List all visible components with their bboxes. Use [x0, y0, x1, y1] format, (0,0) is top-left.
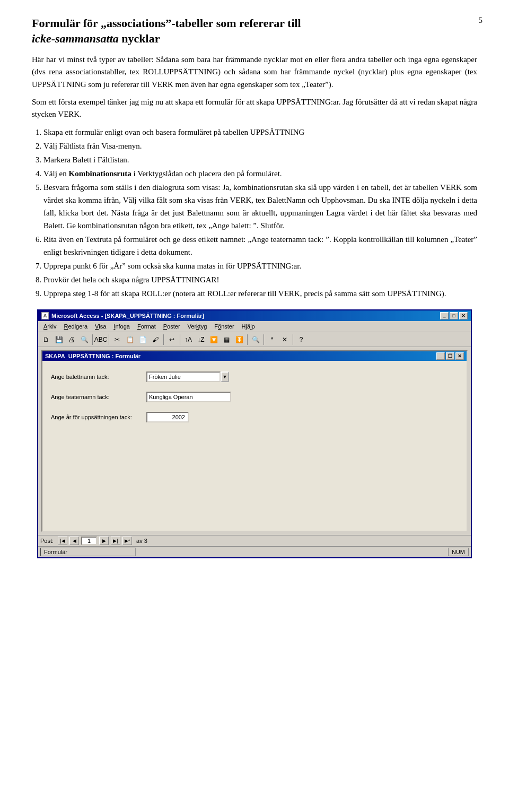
inner-window: SKAPA_UPPSÄTTNING : Formulär _ ❐ ✕ Ange …	[41, 350, 468, 532]
title-bar-controls[interactable]: _ □ ✕	[440, 312, 468, 319]
combo-value-balett: Fröken Julie	[149, 374, 181, 380]
nav-first-button[interactable]: |◀	[58, 537, 67, 545]
access-window: A Microsoft Access - [SKAPA_UPPSÄTTNING …	[37, 309, 472, 558]
nav-current-input[interactable]	[81, 537, 97, 545]
toolbar-sep7	[293, 334, 293, 345]
list-item: Upprepa steg 1-8 för att skapa ROLL:er (…	[43, 287, 477, 300]
inner-close-button[interactable]: ✕	[455, 352, 464, 360]
toolbar-print[interactable]: 🖨	[66, 334, 77, 345]
toolbar-sep6	[264, 334, 264, 345]
title-bar: A Microsoft Access - [SKAPA_UPPSÄTTNING …	[38, 310, 471, 321]
form-row-teater: Ange teaternamn tack: Kungliga Operan	[51, 392, 458, 402]
toolbar-sep4	[180, 334, 180, 345]
toolbar-preview[interactable]: 🔍	[78, 334, 90, 345]
nav-next-button[interactable]: ▶	[99, 537, 109, 545]
label-teater: Ange teaternamn tack:	[51, 394, 146, 400]
menu-arkiv[interactable]: Arkiv	[40, 322, 59, 331]
inner-title-controls[interactable]: _ ❐ ✕	[436, 352, 464, 360]
minimize-button[interactable]: _	[440, 312, 449, 319]
title-rest: nycklar	[119, 32, 160, 45]
app-icon: A	[41, 312, 49, 319]
toolbar-paste[interactable]: 📄	[137, 334, 148, 345]
page-title: Formulär för „associations”-tabeller som…	[32, 16, 477, 46]
combo-dropdown-balett[interactable]: ▼	[221, 372, 229, 382]
menu-verktyg[interactable]: Verktyg	[185, 322, 210, 331]
bold-text: Kombinationsruta	[68, 169, 131, 178]
nav-status-bar: Post: |◀ ◀ ▶ ▶| ▶* av 3	[38, 535, 471, 546]
menu-fonster[interactable]: Fönster	[211, 322, 237, 331]
title-line1: Formulär för „associations”-tabeller som…	[32, 16, 301, 30]
toolbar-filter-form[interactable]: ▦	[221, 334, 232, 345]
title-bar-left: A Microsoft Access - [SKAPA_UPPSÄTTNING …	[41, 312, 204, 319]
list-item: Välj en Kombinationsruta i Verktygslådan…	[43, 167, 477, 180]
list-item: Skapa ett formulär enligt ovan och baser…	[43, 126, 477, 139]
toolbar-sort-desc[interactable]: ↓Z	[195, 334, 207, 345]
toolbar-find[interactable]: 🔍	[250, 334, 261, 345]
menu-infoga[interactable]: Infoga	[110, 322, 133, 331]
toolbar-sort-asc[interactable]: ↑A	[182, 334, 194, 345]
nav-label: Post:	[40, 538, 54, 544]
list-item: Rita även en Textruta på formuläret och …	[43, 233, 477, 258]
text-value-teater: Kungliga Operan	[149, 394, 193, 400]
list-item: Markera Balett i Fältlistan.	[43, 153, 477, 166]
bottom-status-bar: Formulär NUM	[38, 546, 471, 557]
toolbar-delete[interactable]: ✕	[279, 334, 291, 345]
form-row-balett: Ange balettnamn tack: Fröken Julie ▼	[51, 372, 458, 382]
form-content: Ange balettnamn tack: Fröken Julie ▼ Ang…	[42, 361, 467, 531]
title-italic: icke-sammansatta	[32, 32, 119, 45]
toolbar-sep5	[247, 334, 248, 345]
toolbar-new[interactable]: 🗋	[40, 334, 52, 345]
close-button[interactable]: ✕	[459, 312, 468, 319]
status-num: NUM	[448, 548, 469, 556]
toolbar-undo[interactable]: ↩	[166, 334, 178, 345]
toolbar-save[interactable]: 💾	[53, 334, 65, 345]
nav-last-button[interactable]: ▶|	[111, 537, 120, 545]
inner-title-text: SKAPA_UPPSÄTTNING : Formulär	[45, 353, 141, 359]
label-balett: Ange balettnamn tack:	[51, 374, 146, 380]
toolbar-copy[interactable]: 📋	[124, 334, 136, 345]
toolbar-cut[interactable]: ✂	[111, 334, 123, 345]
text-value-ar: 2002	[172, 414, 185, 420]
toolbar: 🗋 💾 🖨 🔍 ABC ✂ 📋 📄 🖌 ↩ ↑A ↓Z 🔽 ▦ ⏬ 🔍 * ✕ …	[38, 332, 471, 347]
form-row-ar: Ange år för uppsättningen tack: 2002	[51, 412, 458, 422]
page-number: 5	[479, 16, 483, 25]
nav-new-button[interactable]: ▶*	[122, 537, 132, 545]
menu-redigera[interactable]: Redigera	[60, 322, 91, 331]
menu-format[interactable]: Format	[134, 322, 159, 331]
status-form-label: Formulär	[40, 548, 136, 556]
text-box-teater[interactable]: Kungliga Operan	[146, 392, 231, 402]
instructions-list: Skapa ett formulär enligt ovan och baser…	[43, 126, 477, 300]
combo-control-balett[interactable]: Fröken Julie ▼	[146, 372, 229, 382]
list-item: Välj Fältlista från Visa-menyn.	[43, 140, 477, 152]
list-item: Upprepa punkt 6 för „År” som också ska k…	[43, 260, 477, 272]
inner-title-bar: SKAPA_UPPSÄTTNING : Formulär _ ❐ ✕	[42, 351, 467, 361]
toolbar-apply-filter[interactable]: ⏬	[233, 334, 245, 345]
status-right: NUM	[448, 548, 469, 556]
inner-minimize-button[interactable]: _	[436, 352, 445, 360]
menu-bar: Arkiv Redigera Visa Infoga Format Poster…	[38, 321, 471, 332]
form-area: SKAPA_UPPSÄTTNING : Formulär _ ❐ ✕ Ange …	[38, 347, 471, 535]
list-item: Provkör det hela och skapa några UPPSÄTT…	[43, 273, 477, 286]
combo-box-balett[interactable]: Fröken Julie	[146, 372, 221, 382]
toolbar-sep2	[109, 334, 109, 345]
toolbar-sep1	[92, 334, 93, 345]
menu-hjalp[interactable]: Hjälp	[239, 322, 258, 331]
list-item: Besvara frågorna som ställs i den dialog…	[43, 181, 477, 232]
paragraph-1: Här har vi minst två typer av tabeller: …	[32, 54, 477, 91]
menu-poster[interactable]: Poster	[160, 322, 183, 331]
toolbar-new-record[interactable]: *	[266, 334, 278, 345]
menu-visa[interactable]: Visa	[92, 322, 109, 331]
toolbar-sep3	[163, 334, 164, 345]
toolbar-filter-sel[interactable]: 🔽	[208, 334, 220, 345]
toolbar-format-painter[interactable]: 🖌	[150, 334, 161, 345]
window-title: Microsoft Access - [SKAPA_UPPSÄTTNING : …	[51, 313, 204, 319]
toolbar-help[interactable]: ?	[295, 334, 307, 345]
inner-restore-button[interactable]: ❐	[446, 352, 454, 360]
nav-total: av 3	[136, 538, 147, 544]
maximize-button[interactable]: □	[450, 312, 458, 319]
paragraph-2: Som ett första exempel tänker jag mig nu…	[32, 96, 477, 121]
text-box-ar[interactable]: 2002	[146, 412, 189, 422]
toolbar-spell[interactable]: ABC	[95, 334, 107, 345]
nav-prev-button[interactable]: ◀	[69, 537, 79, 545]
label-ar: Ange år för uppsättningen tack:	[51, 414, 146, 420]
